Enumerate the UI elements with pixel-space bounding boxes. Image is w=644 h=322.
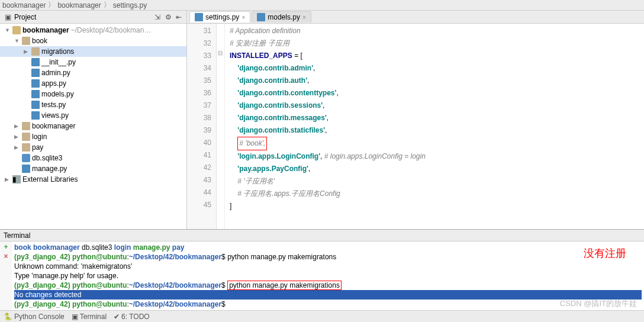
tree-file-apps[interactable]: apps.py bbox=[0, 78, 186, 89]
breadcrumb-item[interactable]: bookmanager bbox=[57, 1, 101, 9]
highlighted-command: python manage.py makemigrations bbox=[227, 281, 342, 290]
close-icon[interactable]: × bbox=[242, 14, 245, 21]
project-sidebar: ▣ Project ⇲ ⚙ ⇤ ▼bookmanager ~/Desktop/4… bbox=[0, 11, 187, 229]
tree-dir-bookmanager[interactable]: ▶bookmanager bbox=[0, 121, 186, 131]
project-icon: ▣ bbox=[4, 13, 12, 21]
tree-file-views[interactable]: views.py bbox=[0, 110, 186, 121]
collapse-icon[interactable]: ⇲ bbox=[153, 13, 162, 21]
terminal-button[interactable]: ▣ Terminal bbox=[72, 313, 107, 321]
tree-dir-login[interactable]: ▶login bbox=[0, 131, 186, 142]
editor-area: settings.py× models.py× 3132333435363738… bbox=[187, 11, 644, 229]
tree-file-models[interactable]: models.py bbox=[0, 89, 186, 99]
add-terminal-icon[interactable]: + bbox=[4, 243, 8, 251]
line-gutter: 313233343536373839404142434445 bbox=[187, 24, 217, 229]
hide-icon[interactable]: ⇤ bbox=[175, 13, 183, 21]
annotation-text: 没有注册 bbox=[584, 249, 626, 258]
tab-models[interactable]: models.py× bbox=[252, 11, 311, 22]
tree-file-tests[interactable]: tests.py bbox=[0, 99, 186, 110]
sidebar-header: ▣ Project ⇲ ⚙ ⇤ bbox=[0, 11, 186, 24]
close-terminal-icon[interactable]: × bbox=[4, 252, 8, 260]
selected-output: No changes detected bbox=[14, 290, 642, 300]
tree-root[interactable]: ▼bookmanager ~/Desktop/42/bookman… bbox=[0, 25, 186, 36]
fold-column: ⊟ bbox=[217, 24, 225, 229]
tree-dir-book[interactable]: ▼book bbox=[0, 36, 186, 46]
code-editor[interactable]: 313233343536373839404142434445 ⊟ # Appli… bbox=[187, 24, 644, 229]
breadcrumb-item[interactable]: settings.py bbox=[113, 1, 147, 9]
tree-file-admin[interactable]: admin.py bbox=[0, 67, 186, 78]
breadcrumb: bookmanager〉 bookmanager〉 settings.py bbox=[0, 0, 644, 11]
tree-file-db[interactable]: db.sqlite3 bbox=[0, 153, 186, 163]
python-console-button[interactable]: 🐍 Python Console bbox=[4, 313, 65, 321]
tree-dir-pay[interactable]: ▶pay bbox=[0, 142, 186, 153]
project-tree: ▼bookmanager ~/Desktop/42/bookman… ▼book… bbox=[0, 24, 186, 229]
tree-file-manage[interactable]: manage.py bbox=[0, 163, 186, 174]
tree-external-libs[interactable]: ▶▮External Libraries bbox=[0, 174, 186, 185]
close-icon[interactable]: × bbox=[302, 14, 306, 21]
highlighted-comment: # 'book', bbox=[237, 137, 267, 150]
terminal-header[interactable]: Terminal bbox=[0, 230, 644, 242]
fold-icon[interactable]: ⊟ bbox=[218, 50, 223, 56]
terminal-panel: Terminal + × book bookmanager db.sqlite3… bbox=[0, 229, 644, 310]
code-content[interactable]: # Application definition # 安装/注册 子应用 INS… bbox=[225, 24, 644, 229]
sidebar-title: Project bbox=[14, 13, 36, 21]
bottom-toolbar: 🐍 Python Console ▣ Terminal ✔ 6: TODO bbox=[0, 310, 644, 322]
terminal-gutter: + × bbox=[0, 242, 12, 310]
tree-dir-migrations[interactable]: ▶migrations bbox=[0, 46, 186, 57]
tab-settings[interactable]: settings.py× bbox=[189, 11, 250, 22]
tree-file-init[interactable]: __init__.py bbox=[0, 57, 186, 67]
editor-tabs: settings.py× models.py× bbox=[187, 11, 644, 24]
todo-button[interactable]: ✔ 6: TODO bbox=[114, 313, 150, 321]
breadcrumb-item[interactable]: bookmanager bbox=[2, 1, 46, 9]
gear-icon[interactable]: ⚙ bbox=[164, 13, 172, 21]
terminal-content[interactable]: book bookmanager db.sqlite3 login manage… bbox=[12, 242, 644, 310]
